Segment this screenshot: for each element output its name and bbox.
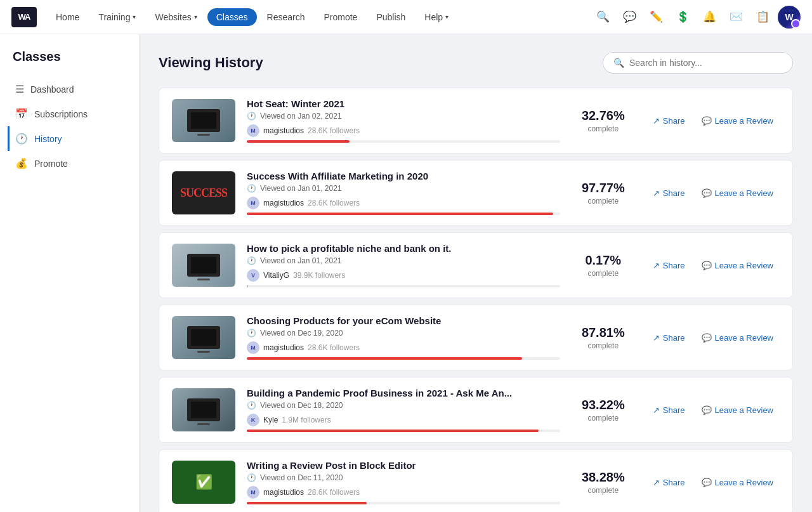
share-icon: ↗ [653,478,660,487]
course-thumbnail[interactable] [172,388,235,431]
progress-label: complete [572,341,635,350]
clock-icon: 🕐 [247,256,256,265]
sidebar-item-label: Subscriptions [34,109,88,119]
share-button[interactable]: ↗ Share [646,402,691,419]
nav-link-publish[interactable]: Publish [367,8,414,26]
nav-link-websites[interactable]: Websites▾ [146,8,206,26]
course-actions: ↗ Share 💬 Leave a Review [646,112,780,129]
nav-link-research[interactable]: Research [258,8,314,26]
share-button[interactable]: ↗ Share [646,112,691,129]
course-author: M magistudios 28.6K followers [247,486,560,499]
credits-button[interactable]: 💲 [671,6,694,29]
author-name: magistudios [263,126,304,135]
course-card: How to pick a profitable niche and bank … [159,232,793,298]
nav-icons: 🔍 💬 ✏️ 💲 🔔 ✉️ 📋 W [591,6,801,29]
progress-percentage: 97.77% [572,181,635,195]
progress-label: complete [572,124,635,133]
course-info: How to pick a profitable niche and bank … [247,243,560,287]
course-info: Success With Affiliate Marketing in 2020… [247,171,560,215]
share-button[interactable]: ↗ Share [646,257,691,274]
course-meta: 🕐 Viewed on Dec 11, 2020 [247,473,560,482]
chevron-down-icon: ▾ [133,13,136,20]
followers-count: 28.6K followers [308,199,360,207]
nav-link-classes[interactable]: Classes [207,8,257,26]
review-icon: 💬 [702,333,712,343]
progress-label: complete [572,197,635,206]
share-label: Share [663,261,685,270]
notifications-button[interactable]: 🔔 [698,6,721,29]
leave-review-button[interactable]: 💬 Leave a Review [695,329,780,346]
chat-button[interactable]: 💬 [618,6,641,29]
review-label: Leave a Review [715,188,774,198]
user-avatar[interactable]: W [778,6,801,29]
followers-count: 1.9M followers [282,416,331,424]
share-icon: ↗ [653,188,660,198]
sidebar-item-dashboard[interactable]: ☰ Dashboard [8,77,131,102]
pages-button[interactable]: 📋 [751,6,774,29]
course-actions: ↗ Share 💬 Leave a Review [646,329,780,346]
course-card: ✅ Writing a Review Post in Block Editor … [159,449,793,512]
course-thumbnail[interactable] [172,99,235,142]
course-meta: 🕐 Viewed on Jan 01, 2021 [247,184,560,193]
progress-bar-container [247,213,560,215]
author-name: VitaliyG [263,271,289,280]
course-card: Hot Seat: Winter 2021 🕐 Viewed on Jan 02… [159,88,793,154]
nav-link-training[interactable]: Training▾ [89,8,145,26]
sidebar-item-history[interactable]: 🕐 History [8,126,131,151]
email-button[interactable]: ✉️ [724,6,747,29]
course-progress: 97.77% complete [572,181,635,206]
leave-review-button[interactable]: 💬 Leave a Review [695,402,780,419]
progress-bar [247,285,247,287]
progress-bar-container [247,430,560,432]
leave-review-button[interactable]: 💬 Leave a Review [695,257,780,274]
course-info: Hot Seat: Winter 2021 🕐 Viewed on Jan 02… [247,98,560,143]
search-button[interactable]: 🔍 [591,6,614,29]
author-avatar: M [247,197,259,209]
progress-bar-container [247,357,560,360]
sidebar-item-subscriptions[interactable]: 📅 Subscriptions [8,102,131,126]
course-meta: 🕐 Viewed on Dec 18, 2020 [247,401,560,410]
sidebar-item-promote[interactable]: 💰 Promote [8,151,131,176]
course-thumbnail[interactable]: ✅ [172,461,235,504]
course-actions: ↗ Share 💬 Leave a Review [646,257,780,274]
review-label: Leave a Review [715,478,774,487]
course-thumbnail[interactable]: SUCCESS [172,171,235,214]
sidebar-item-label: History [34,134,62,144]
site-logo[interactable]: WA [11,7,37,27]
author-name: magistudios [263,199,304,207]
share-button[interactable]: ↗ Share [646,474,691,491]
review-icon: 💬 [702,261,712,270]
followers-count: 39.9K followers [293,271,345,280]
course-info: Building a Pandemic Proof Business in 20… [247,388,560,432]
clock-icon: 🕐 [247,401,256,410]
chevron-down-icon: ▾ [445,13,449,20]
page-title: Viewing History [159,55,263,71]
progress-bar [247,213,553,215]
leave-review-button[interactable]: 💬 Leave a Review [695,185,780,202]
history-search-input[interactable] [629,58,782,68]
leave-review-button[interactable]: 💬 Leave a Review [695,474,780,491]
sidebar-icon-promote: 💰 [15,157,28,169]
share-button[interactable]: ↗ Share [646,185,691,202]
course-thumbnail[interactable] [172,316,235,359]
edit-button[interactable]: ✏️ [645,6,667,29]
progress-bar-container [247,502,560,504]
course-meta: 🕐 Viewed on Jan 02, 2021 [247,112,560,121]
share-label: Share [663,478,685,487]
nav-link-promote[interactable]: Promote [315,8,366,26]
nav-link-help[interactable]: Help▾ [416,8,457,26]
course-thumbnail[interactable] [172,244,235,287]
share-icon: ↗ [653,116,660,126]
clock-icon: 🕐 [247,184,256,193]
nav-link-home[interactable]: Home [47,8,88,26]
share-button[interactable]: ↗ Share [646,329,691,346]
sidebar-icon-history: 🕐 [15,133,28,145]
clock-icon: 🕐 [247,329,256,338]
author-name: magistudios [263,343,304,352]
clock-icon: 🕐 [247,473,256,482]
share-icon: ↗ [653,405,660,415]
progress-percentage: 0.17% [572,253,635,268]
followers-count: 28.6K followers [308,126,360,135]
followers-count: 28.6K followers [308,343,360,352]
leave-review-button[interactable]: 💬 Leave a Review [695,112,780,129]
